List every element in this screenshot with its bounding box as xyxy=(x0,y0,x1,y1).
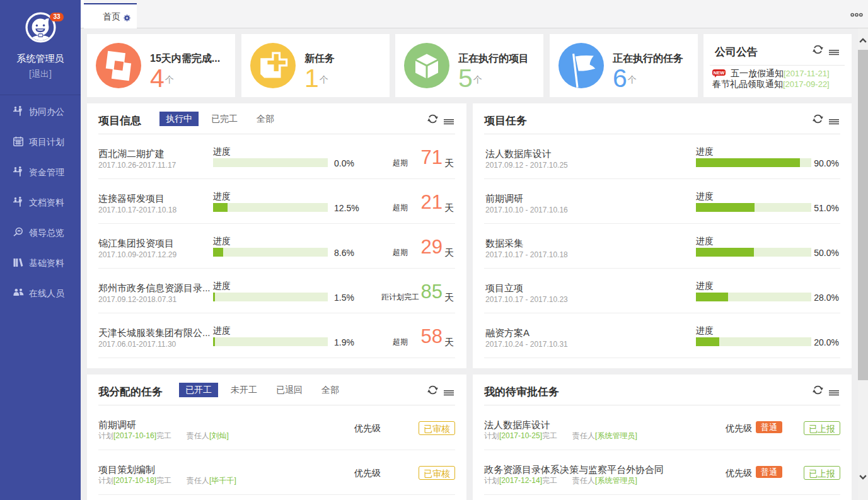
svg-text:NEW: NEW xyxy=(714,70,725,76)
